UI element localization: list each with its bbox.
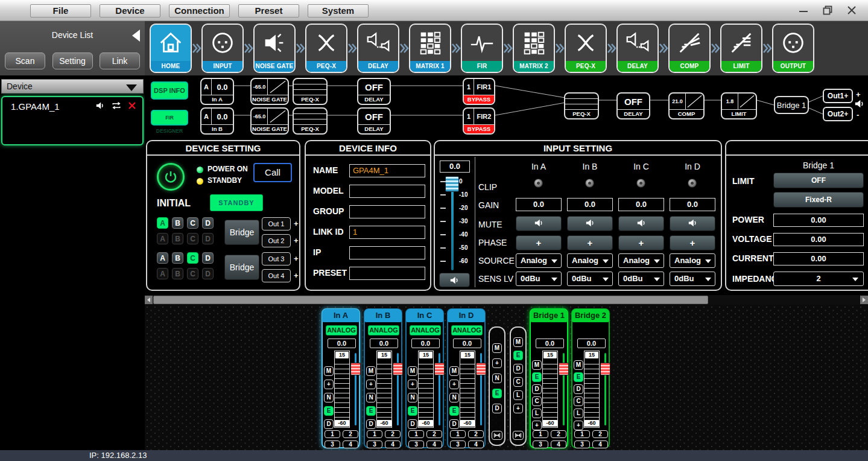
gain-input[interactable]: 0.0: [567, 198, 613, 211]
strip-button-m[interactable]: M: [324, 366, 334, 376]
strip-button-n[interactable]: N: [408, 393, 417, 402]
sidebar-collapse-icon[interactable]: [132, 30, 140, 42]
gain-input[interactable]: 0.0: [516, 198, 562, 211]
strip-button-+[interactable]: +: [532, 421, 542, 430]
fader-handle[interactable]: [393, 363, 403, 375]
master-fader-track[interactable]: [451, 179, 454, 270]
strip-button-+[interactable]: +: [408, 380, 417, 389]
flow-out1-box[interactable]: Out1+: [823, 89, 853, 103]
matrix-cell-b-row3[interactable]: B: [172, 252, 183, 264]
toolbar-home[interactable]: HOME: [150, 24, 192, 73]
flow-fir2-block[interactable]: 1FIR2BYPASS: [463, 107, 495, 135]
gain-input[interactable]: 0.0: [670, 198, 715, 211]
scroll-left-icon[interactable]: [145, 296, 153, 304]
source-select[interactable]: Analog: [670, 253, 715, 268]
speaker-icon[interactable]: [95, 101, 105, 110]
expand-strip-icon[interactable]: [492, 431, 502, 440]
toolbar-limit[interactable]: LIMIT: [720, 24, 762, 73]
fader-track[interactable]: [563, 353, 565, 425]
route-button-2[interactable]: 2: [343, 430, 358, 438]
strip-button-n[interactable]: N: [492, 374, 502, 383]
fader-track[interactable]: [604, 353, 606, 425]
strip-button-d[interactable]: D: [449, 419, 459, 429]
bridge-button-2[interactable]: Bridge: [224, 255, 259, 280]
strip-button-d[interactable]: D: [574, 384, 583, 394]
toolbar-matrix-1[interactable]: MATRIX 1: [409, 24, 451, 73]
scroll-right-icon[interactable]: [860, 296, 868, 304]
strip-gain-value[interactable]: 0.0: [370, 339, 398, 348]
route-button-1[interactable]: 1: [325, 430, 340, 438]
strip-button-m[interactable]: M: [492, 343, 502, 353]
matrix-cell-c-row1[interactable]: C: [187, 217, 198, 229]
gain-input[interactable]: 0.0: [618, 198, 664, 211]
field-input-name[interactable]: GPA4M_1: [349, 164, 425, 177]
menu-connection[interactable]: Connection: [169, 4, 230, 17]
analog-chip[interactable]: ANALOG: [368, 325, 399, 335]
toolbar-fir[interactable]: FIR: [461, 24, 503, 73]
menu-system[interactable]: System: [308, 4, 369, 17]
route-button-2[interactable]: 2: [592, 430, 608, 438]
flow-output-peq-block[interactable]: PEQ-X: [564, 92, 599, 119]
toolbar-peq-x[interactable]: PEQ-X: [305, 24, 347, 73]
strip-button-m[interactable]: M: [408, 366, 417, 376]
fixed-r-button[interactable]: Fixed-R: [773, 192, 864, 208]
device-list-item[interactable]: 1.GPA4M_1: [2, 97, 142, 114]
matrix-cell-d-row1[interactable]: D: [202, 217, 214, 229]
strip-button-e[interactable]: E: [513, 351, 523, 360]
menu-file[interactable]: File: [30, 4, 91, 17]
field-input-preset[interactable]: [349, 267, 425, 280]
route-button-4[interactable]: 4: [468, 440, 484, 448]
strip-button-c[interactable]: C: [574, 396, 583, 406]
flow-noisegate-block[interactable]: -65.0NOISE GATE: [250, 78, 289, 105]
mute-button[interactable]: [516, 216, 562, 231]
strip-header[interactable]: In D: [448, 309, 485, 322]
route-button-1[interactable]: 1: [574, 430, 590, 438]
strip-button-m[interactable]: M: [513, 337, 523, 347]
strip-button-+[interactable]: +: [366, 380, 376, 389]
strip-button-d[interactable]: D: [492, 404, 502, 413]
field-input-ip[interactable]: [349, 246, 425, 259]
route-button-4[interactable]: 4: [343, 440, 358, 448]
route-button-2[interactable]: 2: [385, 430, 401, 438]
route-button-4[interactable]: 4: [551, 440, 566, 448]
flow-limit-block[interactable]: 1.8 LIMIT: [721, 92, 757, 119]
toolbar-delay[interactable]: DELAY: [357, 24, 399, 73]
strip-button-d[interactable]: D: [513, 364, 523, 374]
mixer-strip-inc[interactable]: In CANALOG0.015-60M+NED1234: [405, 308, 444, 448]
fader-track[interactable]: [397, 353, 399, 425]
strip-button-+[interactable]: +: [513, 404, 523, 413]
strip-button-e[interactable]: E: [449, 406, 459, 416]
route-button-3[interactable]: 3: [450, 440, 466, 448]
flow-bridge-block[interactable]: Bridge 1: [774, 96, 809, 114]
restore-icon[interactable]: [822, 5, 833, 16]
route-button-3[interactable]: 3: [533, 440, 548, 448]
phase-button[interactable]: +: [567, 235, 613, 250]
route-button-1[interactable]: 1: [408, 430, 424, 438]
strip-button-c[interactable]: C: [532, 396, 542, 406]
route-button-2[interactable]: 2: [468, 430, 484, 438]
strip-gain-value[interactable]: 0.0: [411, 339, 440, 348]
out-4-button[interactable]: Out 4: [262, 269, 291, 282]
out-2-button[interactable]: Out 2: [262, 234, 291, 247]
source-select[interactable]: Analog: [516, 253, 562, 268]
bypass-badge[interactable]: BYPASS: [464, 95, 494, 104]
standby-button[interactable]: STANDBY: [210, 194, 263, 211]
fader-handle[interactable]: [476, 363, 486, 375]
dsp-info-button[interactable]: DSP INFO: [151, 81, 188, 100]
sidebar-button-setting[interactable]: Setting: [52, 52, 93, 69]
power-button[interactable]: [157, 163, 185, 191]
mute-button[interactable]: [618, 216, 664, 231]
toolbar-input[interactable]: INPUT: [201, 24, 244, 73]
bypass-badge[interactable]: BYPASS: [464, 124, 494, 133]
sens-select[interactable]: 0dBu: [516, 272, 562, 286]
source-select[interactable]: Analog: [567, 253, 613, 268]
fader-handle[interactable]: [434, 363, 445, 375]
flow-out2-box[interactable]: Out2+: [823, 107, 853, 121]
mute-button[interactable]: [670, 216, 715, 231]
out-1-button[interactable]: Out 1: [262, 217, 291, 230]
strip-gain-value[interactable]: 0.0: [536, 339, 564, 348]
strip-button-n[interactable]: N: [366, 393, 376, 402]
flow-peq-block[interactable]: PEQ-X: [293, 107, 328, 135]
flow-fir1-block[interactable]: 1FIR1BYPASS: [463, 78, 495, 105]
scrollbar-thumb[interactable]: [153, 296, 708, 304]
